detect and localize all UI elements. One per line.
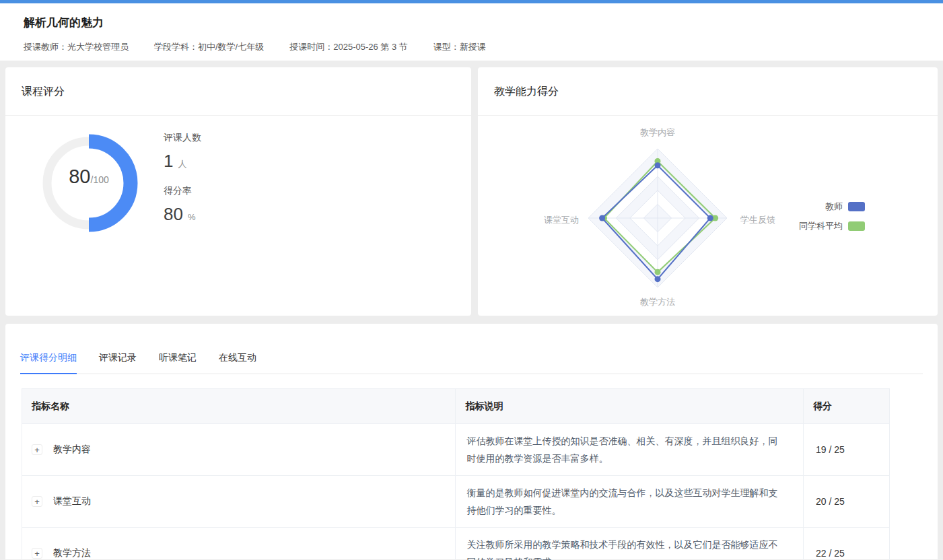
score-denominator: /100 [91, 174, 109, 185]
page-title: 解析几何的魅力 [24, 15, 943, 30]
teaching-ability-card-title: 教学能力得分 [478, 67, 938, 116]
course-score-card-title: 课程评分 [5, 67, 471, 116]
meta-time: 授课时间：2025-05-26 第 3 节 [289, 41, 408, 53]
detail-tabs: 评课得分明细 评课记录 听课笔记 在线互动 [20, 324, 923, 374]
indicator-score: 22 / 25 [804, 528, 890, 560]
radar-axis-teaching-content: 教学内容 [640, 127, 675, 139]
tab-listening-notes[interactable]: 听课笔记 [159, 343, 197, 374]
detail-section-card: 评课得分明细 评课记录 听课笔记 在线互动 指标名称 指标说明 得分 + 教学内… [5, 324, 938, 559]
column-header-score: 得分 [804, 389, 890, 424]
course-score-card: 课程评分 80 /100 评课人数 1 人 得分率 80 % [5, 67, 471, 316]
legend-subject-average-swatch [848, 221, 865, 231]
indicator-score: 19 / 25 [804, 424, 890, 476]
reviewer-count-value: 1 [164, 151, 173, 172]
expand-row-button[interactable]: + [32, 444, 42, 455]
meta-grade-subject: 学段学科：初中/数学/七年级 [154, 41, 264, 53]
radar-axis-teaching-method: 教学方法 [640, 296, 675, 308]
reviewer-count-label: 评课人数 [164, 132, 201, 144]
expand-row-button[interactable]: + [32, 496, 42, 507]
legend-teacher-swatch [848, 202, 865, 211]
tab-score-detail[interactable]: 评课得分明细 [20, 343, 77, 374]
score-rate-label: 得分率 [164, 185, 201, 197]
score-value: 80 [69, 166, 90, 188]
radar-axis-class-interaction: 课堂互动 [544, 214, 579, 226]
meta-course-type: 课型：新授课 [433, 41, 486, 53]
score-stats: 评课人数 1 人 得分率 80 % [164, 132, 201, 238]
indicator-score: 20 / 25 [804, 476, 890, 528]
reviewer-count-unit: 人 [178, 158, 186, 170]
column-header-indicator-name: 指标名称 [22, 389, 456, 424]
table-row: + 教学方法 关注教师所采用的教学策略和技术手段的有效性，以及它们是否能够适应不… [22, 528, 890, 560]
radar-axis-student-feedback: 学生反馈 [740, 214, 775, 226]
score-rate-unit: % [188, 212, 196, 222]
course-meta-row: 授课教师：光大学校管理员 学段学科：初中/数学/七年级 授课时间：2025-05… [24, 41, 943, 53]
teaching-ability-card: 教学能力得分 教学内容 学生反馈 教学方法 课堂互动 教师 同学科平均 [478, 67, 938, 316]
score-donut-center: 80 /100 [40, 134, 138, 232]
column-header-indicator-description: 指标说明 [456, 389, 804, 424]
meta-teacher: 授课教师：光大学校管理员 [24, 41, 129, 53]
tab-online-interaction[interactable]: 在线互动 [219, 343, 256, 374]
legend-item-teacher[interactable]: 教师 [799, 201, 865, 213]
indicator-description: 关注教师所采用的教学策略和技术手段的有效性，以及它们是否能够适应不同的学习风格和… [456, 528, 804, 560]
table-row: + 教学内容 评估教师在课堂上传授的知识是否准确、相关、有深度，并且组织良好，同… [22, 424, 890, 476]
table-header-row: 指标名称 指标说明 得分 [22, 389, 890, 424]
table-row: + 课堂互动 衡量的是教师如何促进课堂内的交流与合作，以及这些互动对学生理解和支… [22, 476, 890, 528]
score-donut-chart: 80 /100 [40, 134, 138, 232]
legend-subject-average-label: 同学科平均 [799, 220, 843, 232]
expand-row-button[interactable]: + [32, 548, 42, 559]
score-rate-value: 80 [164, 204, 183, 225]
legend-item-subject-average[interactable]: 同学科平均 [799, 220, 865, 232]
legend-teacher-label: 教师 [825, 201, 843, 213]
indicator-description: 衡量的是教师如何促进课堂内的交流与合作，以及这些互动对学生理解和支持他们学习的重… [456, 476, 804, 528]
score-detail-table: 指标名称 指标说明 得分 + 教学内容 评估教师在课堂上传授的知识是否准确、相关… [22, 388, 890, 560]
indicator-description: 评估教师在课堂上传授的知识是否准确、相关、有深度，并且组织良好，同时使用的教学资… [456, 424, 804, 476]
indicator-name: 教学内容 [53, 444, 91, 454]
tab-review-records[interactable]: 评课记录 [99, 343, 137, 374]
indicator-name: 课堂互动 [53, 495, 91, 506]
indicator-name: 教学方法 [53, 547, 91, 558]
page-header: 解析几何的魅力 授课教师：光大学校管理员 学段学科：初中/数学/七年级 授课时间… [0, 3, 943, 61]
radar-legend: 教师 同学科平均 [799, 201, 865, 240]
